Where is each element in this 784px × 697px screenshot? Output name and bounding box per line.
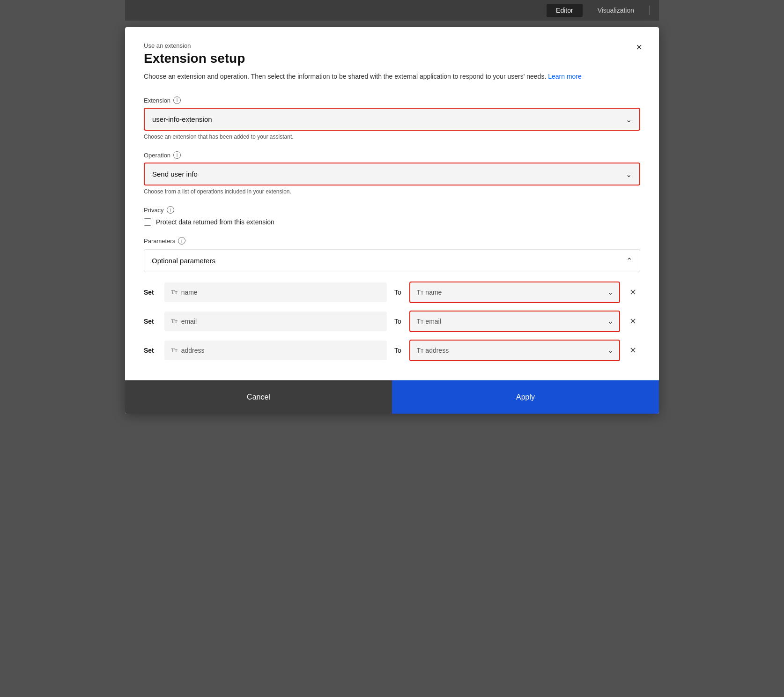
backdrop: Editor Visualization Use an extension Ex…: [0, 0, 784, 697]
dialog-body: Extension i user-info-extension ⌄ Choose…: [125, 83, 659, 380]
param-row: Set Tт email To Tт email ⌄ ✕: [144, 311, 640, 332]
optional-params-chevron-icon: ⌃: [626, 256, 632, 265]
param-source-text-0: name: [181, 289, 198, 296]
operation-select-wrapper: Send user info ⌄: [144, 163, 640, 185]
param-row: Set Tт address To Tт address ⌄ ✕: [144, 340, 640, 361]
param-source-0: Tт name: [164, 282, 387, 302]
parameters-label: Parameters i: [144, 237, 640, 245]
optional-params-label: Optional parameters: [152, 257, 215, 265]
extension-hint: Choose an extension that has been added …: [144, 133, 640, 140]
extension-setup-dialog: Use an extension Extension setup Choose …: [125, 27, 659, 414]
editor-button[interactable]: Editor: [547, 4, 583, 17]
dialog-footer: Cancel Apply: [125, 380, 659, 414]
close-button[interactable]: ×: [634, 40, 644, 54]
param-dest-wrapper-1: Tт email ⌄: [409, 311, 621, 332]
privacy-label: Privacy i: [144, 206, 640, 214]
param-remove-button-2[interactable]: ✕: [626, 343, 640, 357]
privacy-checkbox-label: Protect data returned from this extensio…: [156, 218, 274, 226]
extension-select-wrapper: user-info-extension ⌄: [144, 108, 640, 131]
privacy-checkbox[interactable]: [144, 218, 151, 226]
operation-section: Operation i Send user info ⌄ Choose from…: [144, 151, 640, 195]
extension-section: Extension i user-info-extension ⌄ Choose…: [144, 96, 640, 140]
param-dest-wrapper-2: Tт address ⌄: [409, 340, 621, 361]
param-dest-select-0[interactable]: Tт name: [410, 282, 620, 302]
operation-hint: Choose from a list of operations include…: [144, 188, 640, 195]
extension-info-icon: i: [173, 96, 181, 104]
operation-select[interactable]: Send user info: [145, 163, 639, 185]
cancel-button[interactable]: Cancel: [125, 380, 392, 414]
extension-select[interactable]: user-info-extension: [145, 109, 639, 130]
param-to-label-0: To: [392, 289, 404, 296]
privacy-checkbox-row: Protect data returned from this extensio…: [144, 218, 640, 226]
param-source-text-1: email: [181, 318, 197, 325]
param-dest-select-2[interactable]: Tт address: [410, 341, 620, 360]
parameters-info-icon: i: [178, 237, 185, 245]
param-source-2: Tт address: [164, 341, 387, 360]
visualization-button[interactable]: Visualization: [588, 4, 643, 17]
dialog-header: Use an extension Extension setup Choose …: [125, 27, 659, 83]
param-source-icon-1: Tт: [171, 318, 178, 325]
apply-button[interactable]: Apply: [392, 380, 659, 414]
operation-label: Operation i: [144, 151, 640, 159]
param-to-label-2: To: [392, 347, 404, 354]
param-remove-button-0[interactable]: ✕: [626, 285, 640, 299]
dialog-description: Choose an extension and operation. Then …: [144, 72, 640, 82]
param-set-label-0: Set: [144, 289, 159, 296]
param-source-icon-0: Tт: [171, 289, 178, 296]
privacy-section: Privacy i Protect data returned from thi…: [144, 206, 640, 226]
parameters-section: Parameters i Optional parameters ⌃ Set T…: [144, 237, 640, 361]
privacy-info-icon: i: [167, 206, 174, 214]
optional-params-toggle[interactable]: Optional parameters ⌃: [144, 249, 640, 272]
params-table: Set Tт name To Tт name ⌄ ✕ Set Tт email …: [144, 282, 640, 361]
operation-info-icon: i: [173, 151, 181, 159]
param-row: Set Tт name To Tт name ⌄ ✕: [144, 282, 640, 303]
divider: [649, 6, 650, 15]
param-to-label-1: To: [392, 318, 404, 325]
extension-label: Extension i: [144, 96, 640, 104]
param-source-1: Tт email: [164, 311, 387, 331]
param-dest-select-1[interactable]: Tт email: [410, 311, 620, 331]
learn-more-link[interactable]: Learn more: [548, 73, 582, 80]
param-dest-wrapper-0: Tт name ⌄: [409, 282, 621, 303]
param-set-label-2: Set: [144, 347, 159, 354]
param-remove-button-1[interactable]: ✕: [626, 314, 640, 328]
dialog-title: Extension setup: [144, 51, 640, 66]
param-source-icon-2: Tт: [171, 347, 178, 354]
param-source-text-2: address: [181, 347, 205, 354]
param-set-label-1: Set: [144, 318, 159, 325]
dialog-subtitle: Use an extension: [144, 42, 640, 49]
